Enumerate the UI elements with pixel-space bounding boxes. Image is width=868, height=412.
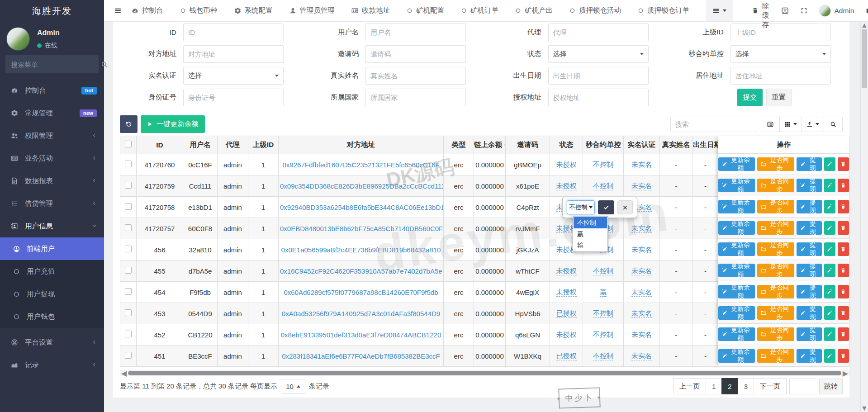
editable-control[interactable]: 不控制: [593, 267, 613, 275]
sidebar-item-业务活动[interactable]: 业务活动: [0, 147, 104, 170]
editable-kyc[interactable]: 未实名: [631, 288, 652, 297]
editable-kyc[interactable]: 未实名: [631, 182, 652, 190]
dropdown-option[interactable]: 输: [574, 240, 607, 251]
sidebar-item-用户提现[interactable]: 用户提现: [0, 283, 104, 305]
edit-button[interactable]: [824, 285, 835, 298]
delete-button[interactable]: [838, 179, 849, 192]
jump-button[interactable]: 跳转: [819, 379, 843, 394]
sync-button[interactable]: 是否同步: [757, 349, 794, 363]
confirm-button[interactable]: [598, 200, 614, 214]
batch-update-button[interactable]: 一键更新余额: [141, 115, 205, 133]
select-all-checkbox[interactable]: [125, 141, 132, 147]
editable-kyc[interactable]: 未实名: [631, 309, 652, 318]
edit-button[interactable]: [824, 327, 835, 341]
page-button-2[interactable]: 2: [721, 378, 738, 394]
withdraw-button[interactable]: 提现: [797, 179, 822, 192]
avatar[interactable]: [6, 27, 30, 51]
nav-item-质押锁仓活动[interactable]: 质押锁仓活动: [569, 6, 621, 15]
editable-status[interactable]: 未授权: [556, 331, 577, 339]
edit-button[interactable]: [824, 157, 835, 171]
delete-button[interactable]: [838, 264, 849, 277]
editable-kyc[interactable]: 未实名: [631, 246, 652, 254]
sync-button[interactable]: 是否同步: [757, 327, 794, 341]
page-size-select[interactable]: 10: [281, 379, 305, 394]
page-scrollbar[interactable]: ▲ ▼: [860, 22, 868, 412]
update-balance-button[interactable]: 更新余额: [718, 200, 755, 213]
delete-button[interactable]: [838, 285, 849, 298]
sync-button[interactable]: 是否同步: [757, 306, 794, 320]
delete-button[interactable]: [838, 327, 849, 341]
sync-button[interactable]: 是否同步: [757, 264, 794, 277]
next-page-button[interactable]: 下一页: [754, 378, 787, 394]
editable-control[interactable]: 不控制: [593, 182, 613, 190]
row-checkbox[interactable]: [125, 203, 132, 210]
edit-button[interactable]: [824, 306, 835, 320]
cancel-button[interactable]: [617, 200, 633, 214]
sync-button[interactable]: 是否同步: [757, 285, 794, 298]
row-checkbox[interactable]: [125, 267, 132, 274]
hamburger-icon[interactable]: [114, 7, 122, 14]
sync-button[interactable]: 是否同步: [757, 179, 794, 192]
address-link[interactable]: 0x0EBD8480013bE8b62bF75cA85Cb7140DB560C0…: [280, 225, 444, 232]
edit-button[interactable]: [824, 179, 835, 192]
export-button[interactable]: [802, 117, 824, 132]
editable-control[interactable]: 不控制: [593, 331, 613, 339]
update-balance-button[interactable]: 更新余额: [718, 264, 755, 277]
withdraw-button[interactable]: 提现: [797, 327, 822, 341]
address-link[interactable]: 0x9267Fdfbfed1607D5C23521321FE5fc6560cC1…: [283, 161, 440, 169]
settings-button[interactable]: [866, 7, 868, 14]
sync-button[interactable]: 是否同步: [757, 221, 794, 235]
nav-menu-toggle[interactable]: [706, 0, 733, 21]
nav-item-收款地址[interactable]: 收款地址: [351, 6, 390, 15]
edit-button[interactable]: [824, 349, 835, 363]
sidebar-item-权限管理[interactable]: 权限管理: [0, 124, 104, 147]
dropdown-option[interactable]: 不控制: [574, 217, 607, 228]
filter-select-实名认证[interactable]: 选择: [183, 67, 284, 85]
filter-input-身份证号[interactable]: [183, 89, 284, 106]
editable-kyc[interactable]: 未实名: [631, 331, 652, 339]
editable-control[interactable]: 赢: [600, 288, 607, 297]
sidebar-search-input[interactable]: [11, 61, 101, 68]
sync-button[interactable]: 是否同步: [757, 242, 794, 256]
row-checkbox[interactable]: [125, 331, 132, 337]
filter-input-授权地址[interactable]: [548, 89, 649, 106]
address-link[interactable]: 0x0E1a056599aBf2c4EE736b9fEBD819b68432a8…: [281, 246, 441, 254]
row-checkbox[interactable]: [125, 161, 132, 167]
filter-input-邀请码[interactable]: [365, 45, 466, 63]
editable-control[interactable]: 不控制: [593, 161, 613, 169]
sidebar-item-平台设置[interactable]: 平台设置: [0, 331, 104, 354]
admin-menu[interactable]: Admin: [819, 5, 854, 17]
editable-kyc[interactable]: 未实名: [631, 224, 652, 233]
filter-input-ID[interactable]: [183, 24, 284, 41]
prev-page-button[interactable]: 上一页: [673, 378, 706, 394]
delete-button[interactable]: [838, 157, 849, 171]
withdraw-button[interactable]: 提现: [797, 285, 822, 298]
sync-button[interactable]: 是否同步: [757, 200, 794, 213]
filter-input-用户名[interactable]: [365, 24, 466, 41]
filter-select-状态[interactable]: 选择: [548, 45, 649, 63]
withdraw-button[interactable]: 提现: [797, 306, 822, 320]
page-button-1[interactable]: 1: [706, 378, 722, 394]
editable-kyc[interactable]: 未实名: [631, 161, 652, 169]
address-link[interactable]: 0x92940BD353a6254b8E6fa5bE344C8AC06Ee13b…: [280, 204, 444, 211]
withdraw-button[interactable]: 提现: [797, 349, 822, 363]
editable-status[interactable]: 未授权: [556, 161, 577, 169]
common-search-button[interactable]: [761, 117, 780, 132]
fullscreen-table-button[interactable]: [824, 117, 843, 132]
address-link[interactable]: 0x60Ad6289cf575f0779687a98cB14260E70F9f5…: [284, 289, 438, 296]
page-button-3[interactable]: 3: [738, 378, 754, 394]
dropdown-option[interactable]: 赢: [574, 228, 607, 240]
editable-status[interactable]: 已授权: [556, 309, 577, 318]
address-link[interactable]: 0x16C9452cF92C4620F353910A57ab7e7402d7bA…: [280, 267, 442, 275]
update-balance-button[interactable]: 更新余额: [718, 285, 755, 298]
refresh-button[interactable]: [120, 115, 138, 133]
language-button[interactable]: 文: [781, 7, 789, 14]
row-checkbox[interactable]: [125, 288, 132, 295]
delete-button[interactable]: [838, 221, 849, 235]
withdraw-button[interactable]: 提现: [797, 200, 822, 213]
editable-control[interactable]: 不控制: [593, 309, 613, 318]
delete-button[interactable]: [838, 349, 849, 363]
address-link[interactable]: 0xA0ad53256f979A140925d7A3c01dAFa3f80544…: [282, 310, 440, 317]
page-scrollbar-thumb[interactable]: [862, 29, 867, 88]
filter-input-所属国家[interactable]: [365, 89, 466, 106]
